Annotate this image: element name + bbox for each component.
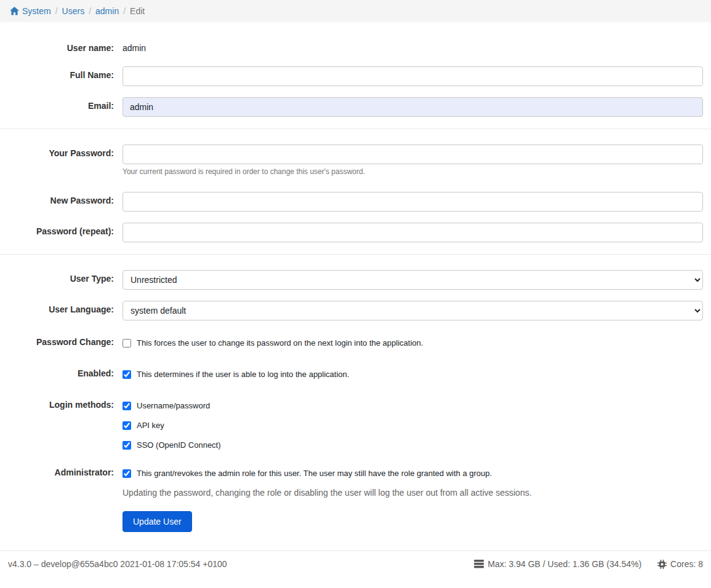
breadcrumb-system[interactable]: System bbox=[22, 6, 51, 16]
home-icon bbox=[10, 7, 19, 15]
login-method-username-password-checkbox[interactable] bbox=[123, 402, 131, 410]
section-divider bbox=[0, 254, 711, 255]
login-method-username-password-text: Username/password bbox=[137, 401, 210, 410]
section-divider bbox=[0, 129, 711, 129]
breadcrumb-separator: / bbox=[123, 6, 126, 16]
breadcrumb: System / Users / admin / Edit bbox=[0, 0, 711, 22]
user-language-label: User Language: bbox=[0, 301, 123, 314]
your-password-help: Your current password is required in ord… bbox=[123, 167, 703, 176]
version-text: v4.3.0 – develop@655a4bc0 2021-01-08 17:… bbox=[8, 559, 227, 569]
enabled-checkbox[interactable] bbox=[123, 370, 131, 379]
full-name-label: Full Name: bbox=[0, 66, 123, 80]
your-password-row: Your Password: Your current password is … bbox=[0, 145, 703, 176]
submit-row: Update User bbox=[0, 511, 703, 532]
enabled-label: Enabled: bbox=[0, 368, 123, 378]
password-repeat-input[interactable] bbox=[123, 223, 703, 242]
email-input[interactable] bbox=[123, 97, 703, 117]
footer: v4.3.0 – develop@655a4bc0 2021-01-08 17:… bbox=[0, 551, 711, 584]
password-repeat-label: Password (repeat): bbox=[0, 223, 123, 236]
administrator-checkbox[interactable] bbox=[123, 469, 131, 478]
login-method-item: SSO (OpenID Connect) bbox=[123, 439, 703, 450]
sessions-note: Updating the password, changing the role… bbox=[123, 488, 703, 498]
new-password-row: New Password: bbox=[0, 192, 703, 212]
user-language-select[interactable]: system default bbox=[123, 301, 703, 320]
your-password-label: Your Password: bbox=[0, 145, 123, 158]
memory-stat: Max: 3.94 GB / Used: 1.36 GB (34.54%) bbox=[474, 559, 641, 569]
user-language-row: User Language: system default bbox=[0, 301, 703, 320]
section-identity: User name: admin Full Name: Email: bbox=[0, 39, 711, 117]
section-settings: User Type: Unrestricted User Language: s… bbox=[0, 270, 711, 532]
administrator-label: Administrator: bbox=[0, 467, 123, 477]
password-change-checkbox[interactable] bbox=[123, 339, 131, 348]
login-methods-row: Login methods: Username/password API key… bbox=[0, 399, 703, 450]
update-user-button[interactable]: Update User bbox=[123, 511, 192, 532]
password-repeat-row: Password (repeat): bbox=[0, 223, 703, 242]
login-method-item: API key bbox=[123, 419, 703, 430]
full-name-row: Full Name: bbox=[0, 66, 703, 86]
password-change-row: Password Change: This forces the user to… bbox=[0, 336, 703, 348]
breadcrumb-admin[interactable]: admin bbox=[95, 6, 119, 16]
username-row: User name: admin bbox=[0, 39, 703, 53]
breadcrumb-home-link[interactable]: System bbox=[10, 6, 51, 16]
breadcrumb-separator: / bbox=[55, 6, 58, 16]
username-value: admin bbox=[123, 39, 703, 53]
email-label: Email: bbox=[0, 97, 123, 111]
password-change-text: This forces the user to change its passw… bbox=[137, 338, 423, 348]
email-row: Email: bbox=[0, 97, 703, 117]
breadcrumb-users[interactable]: Users bbox=[62, 6, 85, 16]
user-type-select[interactable]: Unrestricted bbox=[123, 270, 703, 290]
full-name-input[interactable] bbox=[123, 66, 703, 86]
user-type-label: User Type: bbox=[0, 270, 123, 284]
login-method-sso-checkbox[interactable] bbox=[123, 441, 131, 450]
administrator-row: Administrator: This grant/revokes the ad… bbox=[0, 467, 703, 498]
cpu-icon bbox=[657, 560, 667, 569]
cores-text: Cores: 8 bbox=[670, 559, 703, 569]
enabled-row: Enabled: This determines if the user is … bbox=[0, 368, 703, 379]
new-password-input[interactable] bbox=[123, 192, 703, 212]
your-password-input[interactable] bbox=[123, 145, 703, 164]
memory-text: Max: 3.94 GB / Used: 1.36 GB (34.54%) bbox=[488, 559, 641, 569]
cores-stat: Cores: 8 bbox=[657, 559, 703, 569]
breadcrumb-separator: / bbox=[89, 6, 91, 16]
login-method-sso-text: SSO (OpenID Connect) bbox=[137, 440, 221, 450]
login-method-item: Username/password bbox=[123, 399, 703, 410]
user-type-row: User Type: Unrestricted bbox=[0, 270, 703, 290]
username-label: User name: bbox=[0, 39, 123, 53]
login-methods-label: Login methods: bbox=[0, 399, 123, 410]
breadcrumb-current: Edit bbox=[130, 6, 145, 16]
memory-icon bbox=[474, 560, 484, 568]
new-password-label: New Password: bbox=[0, 192, 123, 205]
enabled-text: This determines if the user is able to l… bbox=[137, 370, 349, 379]
password-change-label: Password Change: bbox=[0, 336, 123, 347]
login-method-api-key-checkbox[interactable] bbox=[123, 421, 131, 430]
section-passwords: Your Password: Your current password is … bbox=[0, 145, 711, 242]
administrator-text: This grant/revokes the admin role for th… bbox=[137, 469, 492, 478]
login-method-api-key-text: API key bbox=[137, 421, 164, 430]
